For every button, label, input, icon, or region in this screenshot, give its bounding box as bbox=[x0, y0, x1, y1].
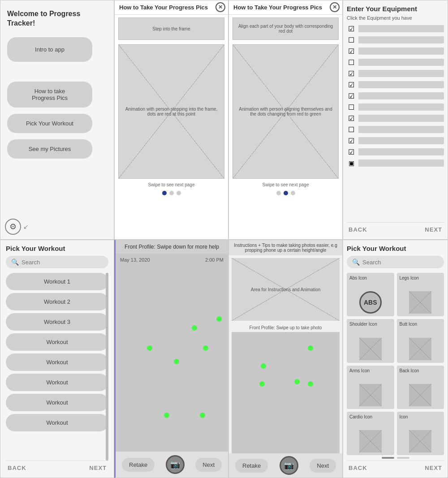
equipment-subtitle: Click the Equipment you have bbox=[347, 15, 444, 21]
close-button-1[interactable]: ✕ bbox=[215, 2, 225, 12]
workout-card-cardio[interactable]: Cardio Icon bbox=[347, 412, 394, 455]
equipment-bar bbox=[358, 36, 444, 43]
shutter-button-left[interactable]: 📷 bbox=[166, 455, 185, 474]
dot-1-3 bbox=[177, 191, 181, 195]
swipe-text-2: Swipe to see next page bbox=[229, 181, 342, 189]
tracking-dot bbox=[174, 359, 179, 364]
how-to-panel-1: How to Take Your Progress Pics ✕ Step in… bbox=[114, 0, 228, 240]
intro-button[interactable]: Intro to app bbox=[7, 37, 92, 62]
search-bar-right: 🔍 bbox=[347, 256, 444, 268]
equipment-bar bbox=[358, 25, 444, 32]
workout-next-button-right[interactable]: NEXT bbox=[425, 465, 442, 471]
equipment-item: ☐ bbox=[347, 58, 444, 67]
workout-item[interactable]: Workout bbox=[6, 394, 108, 411]
workout-card-butt[interactable]: Butt Icon bbox=[397, 319, 444, 362]
back-label: Back Icon bbox=[400, 368, 419, 373]
tracking-dot bbox=[216, 316, 222, 322]
workout-card-generic[interactable]: Icon bbox=[397, 412, 444, 455]
workout-card-arms[interactable]: Arms Icon bbox=[347, 366, 394, 409]
camera-controls-left: Retake 📷 Next bbox=[116, 452, 228, 478]
checkbox-unchecked[interactable]: ☐ bbox=[347, 125, 356, 134]
camera-panel-right: Instructions + Tips to make taking photo… bbox=[228, 240, 343, 478]
scrollbar-thumb[interactable] bbox=[106, 273, 108, 385]
animation-frame-2: Animation with person aligning themselve… bbox=[233, 44, 339, 179]
workout-back-button-right[interactable]: BACK bbox=[349, 465, 367, 471]
how-to-button[interactable]: How to takeProgress Pics bbox=[7, 82, 92, 108]
tracking-dot bbox=[259, 381, 265, 387]
checkbox-checked[interactable]: ☑ bbox=[347, 80, 356, 89]
cardio-label: Cardio Icon bbox=[349, 414, 372, 419]
checkbox-checked[interactable]: ☑ bbox=[347, 114, 356, 123]
equipment-item: ☑ bbox=[347, 91, 444, 100]
tracking-dot bbox=[308, 381, 313, 387]
workout-card-back[interactable]: Back Icon bbox=[397, 366, 444, 409]
equipment-item: ☑ bbox=[347, 147, 444, 156]
checkbox-checked[interactable]: ☑ bbox=[347, 91, 356, 100]
butt-icon bbox=[409, 338, 431, 360]
pick-workout-button[interactable]: Pick Your Workout bbox=[7, 114, 92, 133]
workout-item[interactable]: Workout bbox=[6, 353, 108, 371]
arms-icon bbox=[359, 384, 382, 406]
next-button-right[interactable]: Next bbox=[310, 459, 336, 473]
equipment-bar bbox=[358, 59, 444, 66]
gear-icon[interactable]: ⚙ bbox=[5, 219, 21, 235]
dot-2-3 bbox=[291, 191, 295, 195]
checkbox-unchecked[interactable]: ☐ bbox=[347, 103, 356, 112]
workout-item[interactable]: Workout 1 bbox=[6, 273, 108, 290]
instructions-header: Instructions + Tips to make taking photo… bbox=[229, 240, 342, 255]
shutter-button-right[interactable]: 📷 bbox=[280, 456, 298, 475]
workout-back-button-left[interactable]: BACK bbox=[8, 465, 26, 471]
equipment-bar bbox=[358, 126, 444, 133]
workout-card-legs[interactable]: Legs Icon bbox=[397, 273, 444, 316]
workout-next-button-left[interactable]: NEXT bbox=[89, 465, 107, 471]
workout-title-left: Pick Your Workout bbox=[6, 245, 108, 252]
workout-item[interactable]: Workout bbox=[6, 414, 108, 431]
equipment-item: ☑ bbox=[347, 69, 444, 78]
see-pictures-button[interactable]: See my Pictures bbox=[7, 139, 92, 159]
checkbox-checked[interactable]: ☑ bbox=[347, 136, 356, 145]
camera-date: May 13, 2020 bbox=[120, 257, 150, 263]
equipment-item: ☐ bbox=[347, 103, 444, 112]
search-input-left[interactable] bbox=[22, 259, 103, 266]
workout-list-scroll[interactable]: Workout 1 Workout 2 Workout 3 Workout Wo… bbox=[6, 273, 108, 461]
equipment-bar bbox=[358, 159, 444, 167]
equipment-next-button[interactable]: NEXT bbox=[425, 226, 442, 233]
equipment-back-button[interactable]: BACK bbox=[349, 226, 367, 233]
search-input-right[interactable] bbox=[362, 259, 439, 266]
equipment-panel: Enter Your Equipment Click the Equipment… bbox=[343, 0, 448, 240]
workout-item[interactable]: Workout bbox=[6, 374, 108, 391]
checkbox-partial[interactable]: ▣ bbox=[347, 159, 356, 168]
welcome-title: Welcome to Progress Tracker! bbox=[7, 9, 107, 28]
equipment-bottom-nav: BACK NEXT bbox=[347, 222, 444, 235]
workout-item[interactable]: Workout bbox=[6, 333, 108, 351]
step1-frame-2: Align each part of your body with corres… bbox=[233, 17, 339, 40]
camera-screen-left: May 13, 2020 2:00 PM bbox=[116, 254, 228, 452]
tracking-dot bbox=[308, 345, 313, 351]
back-icon bbox=[409, 384, 431, 406]
equipment-item: ☑ bbox=[347, 24, 444, 33]
checkbox-checked[interactable]: ☑ bbox=[347, 147, 356, 156]
workout-card-shoulder[interactable]: Shoulder Icon bbox=[347, 319, 394, 362]
equipment-item: ☑ bbox=[347, 80, 444, 89]
retake-button-left[interactable]: Retake bbox=[122, 458, 155, 472]
checkbox-unchecked[interactable]: ☐ bbox=[347, 58, 356, 67]
settings-arrow: ↙ bbox=[23, 223, 29, 230]
workout-card-abs[interactable]: Abs Icon ABS bbox=[347, 273, 394, 316]
equipment-bar bbox=[358, 137, 444, 144]
how-to-header-2: How to Take Your Progress Pics ✕ bbox=[229, 0, 342, 15]
next-button-left[interactable]: Next bbox=[195, 458, 222, 472]
dot-2-2 bbox=[284, 191, 288, 195]
checkbox-unchecked[interactable]: ☐ bbox=[347, 35, 356, 44]
close-button-2[interactable]: ✕ bbox=[330, 2, 340, 12]
scroll-dot-1 bbox=[382, 457, 394, 459]
workout-item[interactable]: Workout 2 bbox=[6, 293, 108, 310]
checkbox-checked[interactable]: ☑ bbox=[347, 24, 356, 33]
retake-button-right[interactable]: Retake bbox=[235, 459, 268, 473]
legs-label: Legs Icon bbox=[400, 276, 419, 280]
camera-panel-left: Front Profile: Swipe down for more help … bbox=[114, 240, 228, 478]
generic-label: Icon bbox=[400, 414, 408, 419]
workout-item[interactable]: Workout 3 bbox=[6, 313, 108, 331]
workout-panel-right: Pick Your Workout 🔍 Abs Icon ABS Legs Ic… bbox=[343, 240, 448, 478]
checkbox-checked[interactable]: ☑ bbox=[347, 69, 356, 78]
checkbox-checked[interactable]: ☑ bbox=[347, 47, 356, 56]
